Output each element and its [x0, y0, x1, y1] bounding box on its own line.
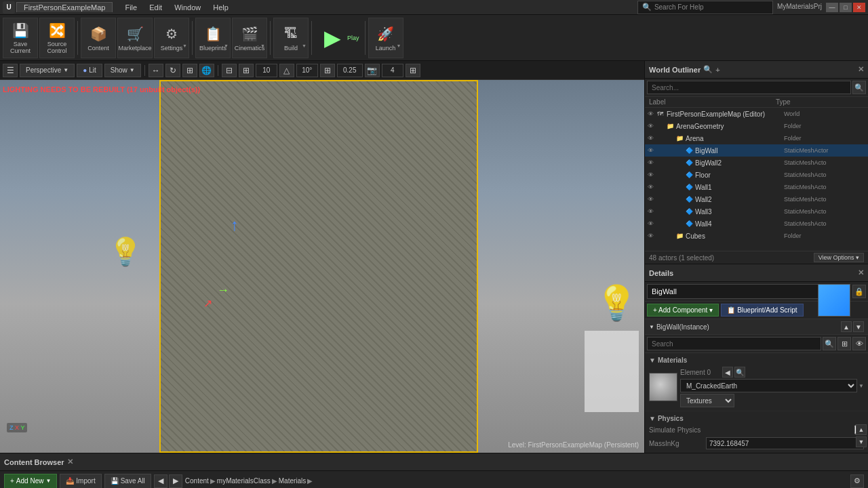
blueprints-button[interactable]: 📋 Blueprints ▼	[195, 18, 231, 58]
visibility-eye-icon[interactable]: 👁	[648, 208, 657, 215]
outliner-search-input[interactable]	[647, 81, 851, 94]
viewport-scene[interactable]: 💡 💡 ↑ → ↗ LIGHTING NEEDS TO BE REBUILT (…	[0, 80, 644, 453]
blueprint-add-script-button[interactable]: 📋 Blueprint/Add Script	[721, 304, 803, 317]
world-icon[interactable]: 🌐	[199, 64, 214, 77]
cinematics-button[interactable]: 🎬 Cinematics ▼	[232, 18, 267, 58]
tree-item[interactable]: 👁📁CubesFolder	[645, 230, 868, 242]
tree-item[interactable]: 👁🔷Wall4StaticMeshActo	[645, 218, 868, 230]
breadcrumb-class[interactable]: myMaterialsClass	[217, 477, 271, 485]
outliner-add-btn[interactable]: +	[715, 66, 719, 74]
materials-section-header[interactable]: ▼ Materials	[649, 355, 864, 365]
visibility-eye-icon[interactable]: 👁	[648, 110, 657, 117]
visibility-eye-icon[interactable]: 👁	[648, 184, 657, 190]
tree-item-icon: 🔷	[686, 208, 695, 215]
tree-item-type: Folder	[784, 123, 865, 129]
menu-window[interactable]: Window	[169, 2, 206, 13]
scale-snap-icon[interactable]: ⊞	[320, 64, 335, 77]
visibility-eye-icon[interactable]: 👁	[648, 220, 657, 227]
show-button[interactable]: Show ▼	[104, 64, 141, 77]
visibility-eye-icon[interactable]: 👁	[648, 147, 657, 154]
grid-icon[interactable]: ⊞	[239, 64, 254, 77]
menu-help[interactable]: Help	[208, 2, 234, 13]
visibility-eye-icon[interactable]: 👁	[648, 171, 657, 178]
material-back-button[interactable]: ◀	[722, 367, 733, 378]
marketplace-button[interactable]: 🛒 Marketplace	[117, 18, 153, 58]
details-search-icon[interactable]: 🔍	[823, 337, 836, 350]
tree-item[interactable]: 👁🔷Wall2StaticMeshActo	[645, 193, 868, 205]
content-button[interactable]: 📦 Content	[81, 18, 116, 58]
scale-icon[interactable]: ⊞	[182, 64, 197, 77]
details-eye-icon[interactable]: 👁	[852, 337, 866, 350]
outliner-search-btn[interactable]: 🔍	[703, 65, 713, 74]
cb-close-button[interactable]: ✕	[67, 458, 73, 466]
details-search-input[interactable]	[647, 337, 821, 350]
nav-forward-button[interactable]: ▶	[169, 474, 182, 488]
rotate-icon[interactable]: ↻	[165, 64, 180, 77]
maximize-button[interactable]: □	[840, 3, 852, 12]
import-button[interactable]: 📥 Import	[60, 474, 101, 489]
tree-item[interactable]: 👁🗺FirstPersonExampleMap (Editor)World	[645, 108, 868, 120]
material-name-select[interactable]: M_CrackedEarth	[680, 379, 857, 392]
viewport[interactable]: ☰ Perspective ▼ ● Lit Show ▼ ↔ ↻ ⊞ 🌐 ⊟ ⊞…	[0, 61, 644, 453]
surface-snap-icon[interactable]: ⊟	[222, 64, 237, 77]
visibility-eye-icon[interactable]: 👁	[648, 232, 657, 239]
details-name-input[interactable]	[647, 284, 835, 299]
menu-edit[interactable]: Edit	[144, 2, 167, 13]
minimize-button[interactable]: —	[826, 3, 838, 12]
angle-icon[interactable]: △	[279, 64, 294, 77]
outliner-view-options-button[interactable]: View Options ▾	[814, 253, 864, 262]
build-button[interactable]: 🏗 Build ▼	[273, 18, 309, 58]
physics-section-header[interactable]: ▼ Physics	[649, 413, 864, 424]
visibility-eye-icon[interactable]: 👁	[648, 123, 657, 129]
visibility-eye-icon[interactable]: 👁	[648, 196, 657, 203]
tree-item[interactable]: 👁🔷BigWallStaticMeshActor	[645, 144, 868, 157]
map-tab[interactable]: FirstPersonExampleMap	[16, 2, 113, 12]
tree-item[interactable]: 👁📁ArenaFolder	[645, 132, 868, 144]
grid-size-value[interactable]: 10	[256, 64, 277, 77]
save-all-button[interactable]: 💾 Save All	[104, 474, 151, 489]
nav-back-button[interactable]: ◀	[154, 474, 167, 488]
camera-speed-value[interactable]: 4	[382, 64, 403, 77]
add-component-button[interactable]: + Add Component ▾	[647, 304, 719, 317]
details-name-row: ? 🔒	[645, 282, 868, 302]
textures-dropdown[interactable]: Textures	[680, 394, 734, 407]
scroll-down-arrow[interactable]: ▼	[853, 321, 864, 332]
save-current-button[interactable]: 💾 Save Current	[3, 18, 38, 58]
details-list-view-icon[interactable]: ⊞	[837, 337, 851, 350]
maximize-vp-icon[interactable]: ⊞	[406, 64, 420, 77]
play-button[interactable]: ▶	[315, 18, 350, 58]
add-new-button[interactable]: + Add New ▼	[4, 474, 57, 489]
perspective-button[interactable]: Perspective ▼	[20, 64, 75, 77]
visibility-eye-icon[interactable]: 👁	[648, 159, 657, 166]
cinematics-icon: 🎬	[240, 24, 259, 43]
tree-item[interactable]: 👁📁ArenaGeometryFolder	[645, 120, 868, 132]
breadcrumb-content[interactable]: Content	[185, 477, 209, 485]
outliner-search-icon[interactable]: 🔍	[852, 81, 866, 94]
lit-button[interactable]: ● Lit	[77, 64, 102, 77]
cb-settings-button[interactable]: ⚙	[850, 474, 864, 488]
details-lock-button[interactable]: 🔒	[852, 285, 866, 298]
tree-item[interactable]: 👁🔷BigWall2StaticMeshActo	[645, 157, 868, 169]
menu-file[interactable]: File	[119, 2, 142, 13]
details-scroll-down[interactable]: ▼	[856, 436, 867, 447]
close-button[interactable]: ✕	[853, 3, 865, 12]
visibility-eye-icon[interactable]: 👁	[648, 135, 657, 142]
camera-icon[interactable]: 📷	[365, 64, 380, 77]
details-scroll-up[interactable]: ▲	[856, 424, 867, 435]
vp-menu-icon[interactable]: ☰	[3, 64, 18, 77]
breadcrumb-materials[interactable]: Materials	[279, 477, 307, 485]
tree-item[interactable]: 👁🔷Wall1StaticMeshActo	[645, 181, 868, 193]
source-control-button[interactable]: 🔀 Source Control	[39, 18, 75, 58]
scroll-up-arrow[interactable]: ▲	[841, 321, 852, 332]
rotation-snap-value[interactable]: 10°	[296, 64, 318, 77]
settings-button[interactable]: ⚙ Settings ▼	[154, 18, 189, 58]
tree-item[interactable]: 👁🔷Wall3StaticMeshActo	[645, 205, 868, 218]
scale-snap-value[interactable]: 0.25	[337, 64, 363, 77]
tree-item[interactable]: 👁🔷FloorStaticMeshActo	[645, 169, 868, 181]
launch-button[interactable]: 🚀 Launch ▼	[368, 18, 403, 58]
details-close-button[interactable]: ✕	[858, 268, 864, 277]
outliner-close-button[interactable]: ✕	[858, 65, 864, 74]
mass-value-input[interactable]	[706, 437, 864, 449]
material-search-button[interactable]: 🔍	[734, 367, 745, 378]
transform-icon[interactable]: ↔	[149, 64, 163, 77]
